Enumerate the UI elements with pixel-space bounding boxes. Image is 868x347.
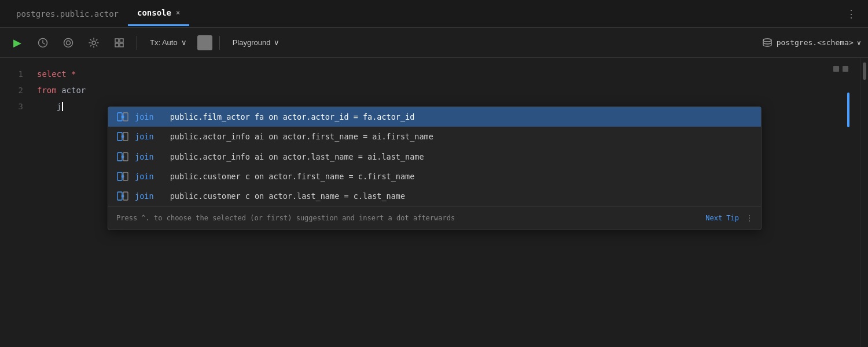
ac-item-2-text: public.actor_info ai on actor.first_name…	[170, 131, 433, 142]
playground-label: Playground	[233, 38, 271, 47]
svg-point-8	[763, 39, 771, 42]
grid-icon	[114, 38, 124, 48]
ac-item-1-text: public.film_actor fa on actor.actor_id =…	[170, 111, 415, 123]
autocomplete-item-3[interactable]: join public.actor_info ai on actor.last_…	[108, 147, 761, 167]
code-line-2: from actor	[37, 82, 860, 98]
keyword-select: select	[37, 66, 67, 82]
panel-icon-1	[833, 66, 839, 72]
autocomplete-item-1[interactable]: join public.film_actor fa on actor.actor…	[108, 107, 761, 127]
pin-icon	[63, 38, 73, 48]
line-number-3: 3	[0, 98, 32, 115]
toolbar: ▶ Tx: Auto ∨ Playground	[0, 28, 868, 58]
panel-icon-2	[843, 66, 848, 72]
svg-rect-4	[115, 39, 119, 42]
line-number-2: 2	[0, 82, 32, 98]
code-line-1: select *	[37, 66, 860, 82]
database-icon	[762, 38, 773, 47]
tab-console[interactable]: console ×	[128, 1, 189, 26]
ac-item-3-join-kw: join	[135, 151, 154, 163]
playground-dropdown[interactable]: Playground ∨	[227, 36, 286, 49]
autocomplete-hint-text: Press ^. to choose the selected (or firs…	[116, 210, 455, 226]
right-panel-icons	[833, 66, 848, 72]
editor-content[interactable]: select * from actor j	[32, 58, 860, 347]
scrollbar-thumb	[863, 62, 866, 80]
line-number-1: 1	[0, 66, 32, 82]
svg-point-14	[122, 135, 124, 138]
svg-point-20	[122, 175, 124, 178]
next-tip-button[interactable]: Next Tip	[705, 210, 739, 226]
toolbar-divider-2	[219, 36, 220, 50]
keyword-from: from	[37, 82, 57, 98]
typed-char-j: j	[57, 98, 61, 115]
svg-point-2	[67, 40, 71, 45]
autocomplete-more-button[interactable]: ⋮	[746, 210, 753, 226]
identifier-actor: actor	[61, 82, 86, 98]
autocomplete-item-2[interactable]: join public.actor_info ai on actor.first…	[108, 127, 761, 146]
svg-point-23	[122, 195, 124, 198]
editor-container: 1 2 3 select * from actor j	[0, 58, 868, 347]
stop-button[interactable]	[197, 35, 212, 50]
tx-chevron-icon: ∨	[181, 38, 187, 47]
settings-button[interactable]	[83, 34, 104, 52]
ac-item-5-join-kw: join	[135, 190, 154, 202]
tx-dropdown[interactable]: Tx: Auto ∨	[144, 36, 193, 49]
ac-item-3-text: public.actor_info ai on actor.last_name …	[170, 151, 424, 163]
settings-icon	[89, 38, 99, 48]
join-icon-1	[116, 112, 129, 122]
ac-item-4-join-kw: join	[135, 171, 154, 182]
svg-point-17	[122, 155, 124, 158]
svg-rect-5	[120, 39, 123, 42]
schema-chevron-icon: ∨	[857, 39, 861, 47]
svg-rect-7	[120, 43, 123, 47]
minimap-indicator	[847, 93, 849, 127]
schema-label: postgres.<schema>	[777, 38, 854, 47]
autocomplete-item-5[interactable]: join public.customer c on actor.last_nam…	[108, 186, 761, 206]
history-icon	[38, 38, 48, 48]
playground-chevron-icon: ∨	[274, 38, 279, 47]
tab-bar-left: postgres.public.actor console ×	[7, 1, 189, 26]
indent-spaces	[37, 98, 57, 115]
ac-item-4-text: public.customer c on actor.first_name = …	[170, 171, 415, 182]
line-numbers: 1 2 3	[0, 58, 32, 347]
pin-button[interactable]	[58, 34, 79, 52]
schema-selector[interactable]: postgres.<schema> ∨	[762, 38, 861, 47]
history-button[interactable]	[32, 34, 53, 52]
ac-item-2-join-kw: join	[135, 131, 154, 142]
svg-point-11	[122, 116, 124, 119]
autocomplete-item-4[interactable]: join public.customer c on actor.first_na…	[108, 167, 761, 186]
join-icon-5	[116, 191, 129, 201]
svg-rect-6	[115, 43, 119, 47]
tab-close-button[interactable]: ×	[176, 9, 180, 17]
join-icon-3	[116, 152, 129, 162]
tx-label: Tx: Auto	[150, 38, 178, 47]
join-icon-2	[116, 131, 129, 142]
toolbar-divider-1	[137, 36, 137, 50]
join-icon-4	[116, 171, 129, 182]
svg-point-3	[92, 41, 95, 45]
keyword-star: *	[71, 66, 76, 82]
grid-button[interactable]	[109, 34, 130, 52]
tab-console-label: console	[137, 8, 171, 17]
autocomplete-status-bar: Press ^. to choose the selected (or firs…	[108, 206, 761, 230]
scrollbar[interactable]	[860, 58, 868, 347]
text-cursor	[62, 102, 63, 111]
ac-item-5-text: public.customer c on actor.last_name = c…	[170, 190, 405, 202]
ac-item-1-join-kw: join	[135, 111, 154, 123]
autocomplete-dropdown: join public.film_actor fa on actor.actor…	[108, 106, 762, 230]
tab-more-button[interactable]: ⋮	[841, 3, 861, 24]
tab-bar: postgres.public.actor console × ⋮	[0, 0, 868, 28]
tab-postgres-actor[interactable]: postgres.public.actor	[7, 2, 128, 25]
run-button[interactable]: ▶	[7, 34, 28, 52]
svg-point-1	[64, 38, 73, 47]
